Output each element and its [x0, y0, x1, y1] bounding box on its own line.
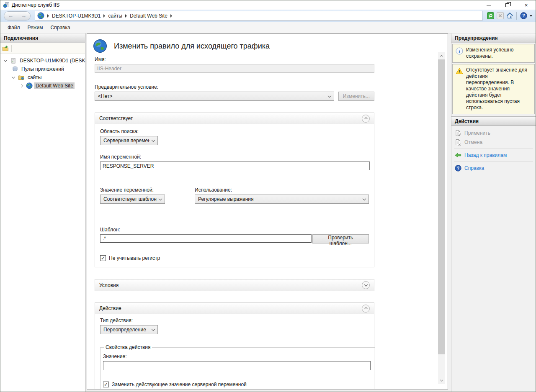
scrollbar-thumb[interactable]	[438, 59, 445, 354]
vertical-scrollbar	[438, 52, 445, 384]
svg-text:?: ?	[522, 13, 525, 18]
chevron-down-icon	[328, 94, 331, 97]
replace-value-checkbox[interactable]: ✓	[103, 382, 109, 387]
help-button[interactable]: ?	[520, 12, 527, 20]
alert-warning: ! Отсутствует значение для действия пере…	[452, 64, 535, 114]
variable-value-label: Значение переменной:	[100, 187, 195, 193]
menu-help[interactable]: Справка	[47, 23, 74, 32]
chevron-down-icon	[152, 327, 155, 331]
pattern-label: Шаблон:	[100, 227, 369, 233]
breadcrumb-sites[interactable]: сайты	[108, 13, 122, 19]
collapse-icon[interactable]	[3, 58, 8, 64]
variable-value-select[interactable]: Соответствует шаблону	[100, 195, 165, 204]
collapse-section-button[interactable]	[362, 115, 370, 123]
tree-item-default-web-site[interactable]: Default Web Site	[0, 82, 85, 90]
precondition-label: Предварительное условие:	[95, 84, 374, 90]
info-icon: i	[456, 47, 463, 55]
action-properties-group: Свойства действия Значение: ✓ Заменить д…	[100, 344, 375, 389]
cancel-label: Отмена	[464, 139, 482, 145]
navigation-buttons: ← →	[4, 11, 31, 20]
connections-tree: DESKTOP-U1MK9D1 (DESKTOP-U1MK9D1 Пулы пр…	[0, 54, 85, 90]
restore-button[interactable]	[498, 0, 517, 10]
help-action[interactable]: ? Справка	[451, 164, 536, 173]
collapse-section-button[interactable]	[362, 305, 370, 313]
ignore-case-label: Не учитывать регистр	[109, 255, 160, 261]
edit-precondition-button[interactable]: Изменить...	[338, 92, 374, 101]
using-select[interactable]: Регулярные выражения	[195, 195, 369, 204]
expand-icon[interactable]	[18, 83, 24, 89]
back-arrow-icon	[455, 152, 461, 158]
close-icon: ×	[525, 2, 528, 8]
breadcrumb[interactable]: DESKTOP-U1MK9D1 сайты Default Web Site	[35, 11, 482, 21]
application-pools-icon	[12, 66, 18, 72]
apply-action[interactable]: Применить	[451, 128, 536, 138]
titlebar: Диспетчер служб IIS ×	[0, 0, 536, 10]
match-section-header: Соответствует	[95, 113, 374, 124]
breadcrumb-arrow-icon	[103, 14, 105, 18]
name-label: Имя:	[95, 56, 374, 62]
using-label: Использование:	[195, 187, 369, 193]
server-node-label: DESKTOP-U1MK9D1 (DESKTOP-U1MK9D1	[18, 57, 85, 64]
back-button[interactable]: ←	[8, 13, 13, 18]
cancel-icon	[455, 139, 461, 146]
ignore-case-checkbox[interactable]: ✓	[100, 255, 106, 261]
alerts-title: Предупреждения	[455, 35, 498, 41]
actions-divider	[454, 161, 533, 162]
expand-section-button[interactable]	[362, 281, 370, 289]
add-connection-icon[interactable]	[2, 45, 9, 52]
breadcrumb-default-web-site[interactable]: Default Web Site	[130, 13, 168, 19]
value-input[interactable]	[103, 361, 371, 370]
address-bar: ← → DESKTOP-U1MK9D1 сайты Default Web Si…	[0, 10, 536, 22]
close-button[interactable]: ×	[517, 0, 536, 10]
actions-divider	[454, 149, 533, 149]
connections-header: Подключения	[0, 33, 85, 43]
tree-item-server[interactable]: DESKTOP-U1MK9D1 (DESKTOP-U1MK9D1	[0, 56, 85, 65]
pattern-input[interactable]	[100, 234, 312, 243]
minimize-button[interactable]	[479, 0, 498, 10]
app-icon	[3, 2, 10, 8]
menu-bar: Файл Режим Справка	[0, 22, 536, 33]
replace-value-label: Заменить действующее значение серверной …	[112, 382, 247, 387]
page-header: Изменить правило для исходящего трафика	[93, 39, 374, 53]
collapse-icon[interactable]	[10, 74, 16, 80]
chevron-down-icon	[152, 138, 155, 141]
help-label: Справка	[464, 165, 484, 171]
sites-node-label: сайты	[26, 74, 43, 81]
scope-select[interactable]: Серверная переменн	[100, 136, 158, 145]
scroll-down-button[interactable]	[438, 377, 445, 384]
home-icon	[506, 12, 513, 19]
window-controls: ×	[479, 0, 536, 10]
variable-name-input[interactable]	[100, 161, 370, 170]
precondition-select[interactable]: <Нет>	[95, 92, 334, 101]
action-type-select[interactable]: Переопределение	[100, 325, 158, 334]
menu-view[interactable]: Режим	[24, 23, 47, 32]
name-input[interactable]	[95, 64, 374, 73]
help-dropdown-icon[interactable]	[530, 15, 532, 17]
replace-value-row: ✓ Заменить действующее значение серверно…	[103, 382, 371, 387]
refresh-button[interactable]	[487, 12, 494, 20]
alerts-header: Предупреждения	[451, 33, 536, 43]
refresh-icon	[487, 12, 494, 19]
alert-info-text: Изменения успешно сохранены.	[466, 47, 532, 59]
chevron-up-icon	[364, 117, 367, 120]
cancel-action[interactable]: Отмена	[451, 138, 536, 147]
forward-button[interactable]: →	[21, 13, 26, 18]
home-button[interactable]	[506, 12, 513, 20]
globe-icon-large	[93, 39, 107, 53]
connections-title: Подключения	[4, 35, 38, 41]
tree-item-sites[interactable]: сайты	[0, 73, 85, 82]
right-panel: Предупреждения i Изменения успешно сохра…	[451, 33, 536, 392]
back-to-rules-action[interactable]: Назад к правилам	[451, 151, 536, 160]
scroll-up-button[interactable]	[438, 52, 445, 59]
default-site-node-label: Default Web Site	[34, 82, 75, 89]
stop-button[interactable]	[496, 12, 504, 20]
test-pattern-button[interactable]: Проверить шаблон...	[312, 234, 369, 243]
breadcrumb-server[interactable]: DESKTOP-U1MK9D1	[52, 13, 100, 19]
apply-icon	[455, 130, 461, 136]
breadcrumb-arrow-icon	[125, 14, 127, 18]
chevron-up-icon	[440, 55, 443, 58]
connections-panel: Подключения DESKTOP	[0, 33, 85, 392]
chevron-down-icon	[440, 379, 443, 382]
menu-file[interactable]: Файл	[4, 23, 24, 32]
tree-item-app-pools[interactable]: Пулы приложений	[0, 65, 85, 73]
